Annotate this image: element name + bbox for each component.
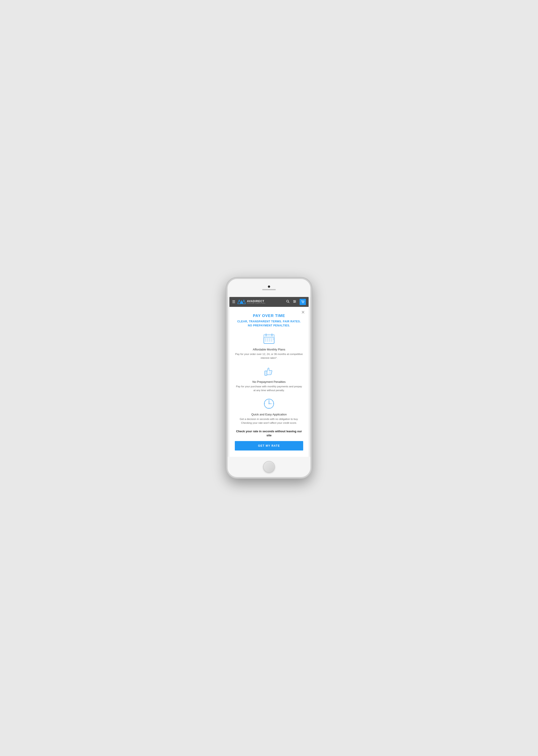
- feature-monthly-plans: Affordable Monthly Plans Pay for your or…: [235, 332, 303, 360]
- thumbsup-icon: [262, 364, 276, 378]
- feature-1-desc: Pay for your order over 12, 24, or 36 mo…: [235, 352, 303, 360]
- logo-area: AVADIRECT CUSTOM COMPUTERS: [238, 299, 265, 304]
- svg-rect-24: [267, 340, 268, 341]
- close-button[interactable]: ✕: [301, 310, 305, 315]
- svg-point-12: [303, 303, 304, 303]
- svg-rect-23: [265, 340, 266, 341]
- svg-line-4: [288, 302, 289, 303]
- svg-point-10: [294, 302, 295, 303]
- cta-text: Check your rate in seconds without leavi…: [235, 429, 303, 437]
- svg-rect-21: [269, 338, 270, 340]
- get-my-rate-button[interactable]: GET MY RATE: [235, 441, 303, 450]
- feature-3-desc: Get a decision in seconds with no obliga…: [235, 417, 303, 425]
- front-camera: [268, 285, 270, 288]
- svg-rect-19: [265, 338, 266, 340]
- feature-2-desc: Pay for your purchase with monthly payme…: [235, 385, 303, 392]
- svg-rect-26: [271, 340, 272, 341]
- logo-text: AVADIRECT CUSTOM COMPUTERS: [247, 300, 265, 304]
- svg-rect-22: [271, 338, 272, 340]
- phone-frame: ☰ AVADIRECT CUSTOM COMPUTE: [226, 277, 312, 479]
- phone-screen: ☰ AVADIRECT CUSTOM COMPUTE: [230, 297, 308, 457]
- svg-rect-15: [264, 336, 274, 337]
- svg-rect-20: [267, 338, 268, 340]
- volume-up-button: [226, 315, 227, 324]
- logo-symbol: [238, 299, 245, 304]
- feature-no-penalty: No Prepayment Penalties Pay for your pur…: [235, 364, 303, 392]
- phone-bottom: [228, 457, 310, 477]
- phone-wrapper: ☰ AVADIRECT CUSTOM COMPUTE: [226, 277, 312, 479]
- feature-quick-app: Quick and Easy Application Get a decisio…: [235, 397, 303, 425]
- svg-marker-1: [240, 300, 243, 304]
- svg-point-9: [295, 301, 296, 302]
- feature-1-title: Affordable Monthly Plans: [235, 348, 303, 351]
- cart-icon-wrapper[interactable]: [299, 299, 306, 305]
- hamburger-menu-icon[interactable]: ☰: [232, 300, 235, 304]
- svg-rect-28: [265, 371, 267, 376]
- volume-down-button: [226, 326, 227, 335]
- feature-2-title: No Prepayment Penalties: [235, 380, 303, 383]
- mute-button: [226, 306, 227, 312]
- phone-top: [228, 279, 310, 297]
- home-button[interactable]: [263, 461, 275, 473]
- speaker-grill: [262, 289, 276, 290]
- clock-icon: [262, 397, 276, 411]
- navbar-left: ☰ AVADIRECT CUSTOM COMPUTE: [232, 299, 265, 304]
- search-icon[interactable]: [286, 300, 290, 304]
- calendar-icon: [262, 332, 276, 345]
- svg-point-8: [294, 300, 295, 301]
- modal-title: PAY OVER TIME: [235, 314, 303, 318]
- power-button: [311, 311, 312, 322]
- filter-icon[interactable]: [293, 300, 296, 304]
- logo-brand-name: AVADIRECT: [247, 300, 265, 303]
- modal-subtitle: CLEAR, TRANSPARENT TERMS. FAIR RATES. NO…: [235, 320, 303, 328]
- svg-rect-25: [269, 340, 270, 341]
- svg-marker-2: [242, 300, 245, 304]
- svg-rect-27: [273, 338, 274, 340]
- feature-3-title: Quick and Easy Application: [235, 413, 303, 416]
- navbar: ☰ AVADIRECT CUSTOM COMPUTE: [230, 297, 308, 307]
- modal-content: ✕ PAY OVER TIME CLEAR, TRANSPARENT TERMS…: [230, 307, 308, 457]
- logo-tagline: CUSTOM COMPUTERS: [247, 303, 265, 304]
- svg-point-11: [302, 303, 303, 303]
- navbar-right: [286, 299, 306, 305]
